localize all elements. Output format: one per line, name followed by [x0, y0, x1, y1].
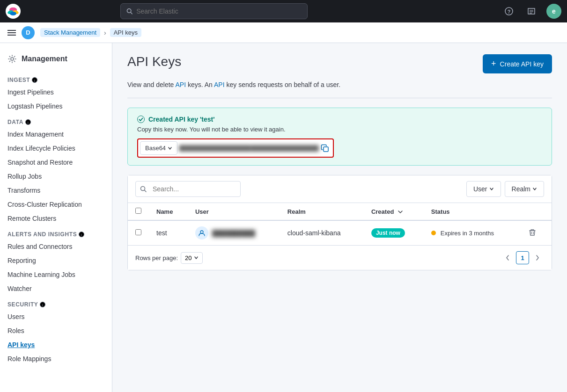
svg-point-16 [11, 58, 14, 60]
column-header-user: User [188, 203, 280, 220]
success-banner: Created API key 'test' Copy this key now… [127, 108, 552, 166]
delete-api-key-button[interactable] [527, 227, 538, 240]
breadcrumb-bar: D Stack Management › API keys [0, 22, 567, 43]
svg-point-5 [10, 12, 16, 15]
api-keys-table: Name User Realm Created [128, 203, 552, 245]
just-now-badge: Just now [371, 228, 405, 238]
breadcrumb-separator: › [104, 29, 106, 36]
row-realm-cell: cloud-saml-kibana [280, 220, 364, 245]
divider [127, 98, 552, 98]
row-status-value: Expires in 3 months [441, 230, 494, 237]
elastic-logo-icon [6, 4, 21, 19]
info-icon: i [25, 119, 31, 125]
help-icon-button[interactable]: ? [501, 4, 516, 19]
realm-filter-chevron-icon [532, 187, 537, 191]
nav-right-icons: ? e [501, 4, 561, 19]
svg-line-28 [145, 190, 147, 192]
breadcrumb-stack-management[interactable]: Stack Management [40, 28, 100, 37]
sidebar-item-transforms[interactable]: Transforms [0, 183, 112, 197]
rows-per-page-button[interactable]: 20 [181, 252, 202, 264]
sidebar-item-watcher[interactable]: Watcher [0, 282, 112, 296]
table-search-input[interactable] [135, 181, 241, 197]
prev-icon [506, 255, 509, 261]
search-bar[interactable] [120, 3, 308, 19]
row-checkbox[interactable] [135, 229, 141, 235]
main-content: API Keys + Create API key View and delet… [112, 43, 567, 392]
news-icon-button[interactable] [524, 4, 539, 19]
svg-rect-26 [324, 147, 328, 152]
sidebar-item-index-management[interactable]: Index Management [0, 127, 112, 141]
user-avatar-button[interactable]: e [546, 4, 561, 19]
api-link[interactable]: API [176, 81, 186, 88]
sidebar-item-rollup-jobs[interactable]: Rollup Jobs [0, 169, 112, 183]
plus-icon: + [491, 59, 496, 69]
api-key-display-box: Base64 █████████████████████████████████… [137, 138, 334, 158]
svg-point-25 [138, 116, 145, 123]
sidebar-section-data: Data i [0, 113, 112, 127]
sidebar-section-ingest: Ingest i [0, 71, 112, 85]
sidebar-section-security: Security i [0, 296, 112, 310]
sidebar-item-index-lifecycle-policies[interactable]: Index Lifecycle Policies [0, 141, 112, 155]
api-keys-table-container: User Realm [127, 175, 552, 270]
search-icon [126, 8, 133, 15]
copy-icon [321, 144, 329, 152]
table-row: test ██████████ [128, 220, 552, 245]
table-search-icon [140, 186, 147, 192]
sidebar-item-rules-and-connectors[interactable]: Rules and Connectors [0, 240, 112, 254]
sidebar-item-roles[interactable]: Roles [0, 324, 112, 338]
copy-api-key-button[interactable] [319, 142, 331, 154]
row-created-cell: Just now [364, 220, 424, 245]
sidebar-item-remote-clusters[interactable]: Remote Clusters [0, 211, 112, 225]
breadcrumb-current: API keys [110, 28, 141, 37]
svg-line-7 [131, 12, 132, 14]
success-banner-title: Created API key 'test' [137, 116, 542, 123]
main-layout: Management Ingest i Ingest Pipelines Log… [0, 43, 567, 392]
realm-filter-button[interactable]: Realm [505, 181, 544, 197]
help-icon: ? [505, 7, 513, 15]
sidebar-item-role-mappings[interactable]: Role Mappings [0, 352, 112, 366]
d-avatar: D [22, 26, 35, 39]
sidebar-item-api-keys[interactable]: API keys [0, 338, 112, 352]
sidebar-item-cross-cluster-replication[interactable]: Cross-Cluster Replication [0, 197, 112, 211]
rows-per-page: Rows per page: 20 [135, 252, 203, 264]
select-all-checkbox[interactable] [135, 208, 141, 214]
sidebar-item-ingest-pipelines[interactable]: Ingest Pipelines [0, 85, 112, 99]
hamburger-icon [7, 29, 16, 36]
column-header-name: Name [149, 203, 188, 220]
table-footer: Rows per page: 20 1 [128, 245, 552, 270]
sidebar-item-logstash-pipelines[interactable]: Logstash Pipelines [0, 99, 112, 113]
success-banner-description: Copy this key now. You will not be able … [137, 126, 542, 133]
next-page-button[interactable] [531, 251, 544, 264]
search-input[interactable] [136, 7, 302, 15]
table-header-row: Name User Realm Created [128, 203, 552, 220]
hamburger-button[interactable] [7, 29, 16, 36]
user-filter-chevron-icon [489, 187, 494, 191]
create-api-key-button[interactable]: + Create API key [483, 54, 552, 73]
column-header-realm: Realm [280, 203, 364, 220]
key-format-button[interactable]: Base64 [140, 141, 177, 155]
table-search-row: User Realm [128, 175, 552, 203]
logo[interactable] [6, 4, 21, 19]
info-icon: i [32, 77, 37, 83]
sidebar-item-snapshot-and-restore[interactable]: Snapshot and Restore [0, 155, 112, 169]
page-1-button[interactable]: 1 [516, 251, 529, 264]
check-icon [137, 116, 145, 123]
svg-text:i: i [28, 121, 29, 124]
sidebar-header: Management [0, 51, 112, 71]
sidebar-item-users[interactable]: Users [0, 310, 112, 324]
user-filter-button[interactable]: User [466, 181, 501, 197]
page-header: API Keys + Create API key [127, 54, 552, 73]
rows-chevron-down-icon [194, 255, 199, 260]
sidebar: Management Ingest i Ingest Pipelines Log… [0, 43, 112, 392]
column-header-created[interactable]: Created [364, 203, 424, 220]
svg-point-29 [200, 231, 203, 233]
api-link2[interactable]: API [214, 81, 225, 88]
api-key-value: ████████████████████████████████████████ [179, 145, 319, 152]
sidebar-item-machine-learning-jobs[interactable]: Machine Learning Jobs [0, 268, 112, 282]
pagination: 1 [501, 251, 544, 264]
sidebar-item-reporting[interactable]: Reporting [0, 254, 112, 268]
status-dot-icon [431, 231, 436, 235]
gear-icon [7, 54, 17, 64]
prev-page-button[interactable] [501, 251, 514, 264]
select-all-header [128, 203, 149, 220]
